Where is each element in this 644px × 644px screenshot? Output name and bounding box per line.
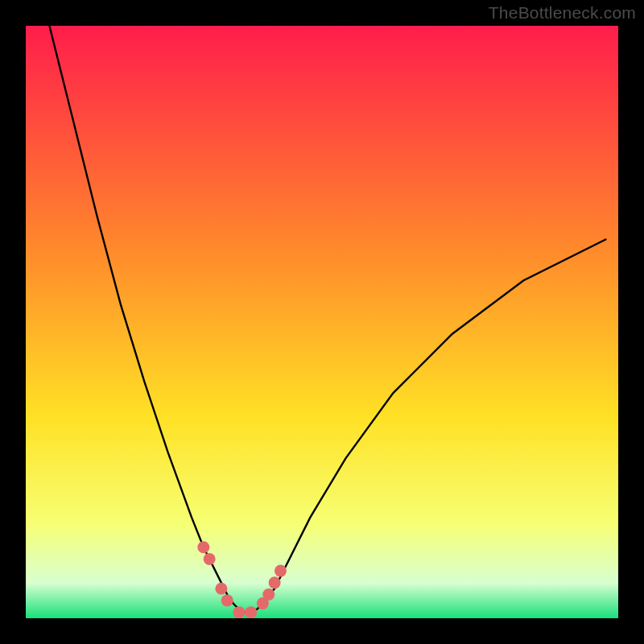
marker-dot	[221, 594, 233, 606]
watermark-text: TheBottleneck.com	[489, 3, 636, 23]
frame: TheBottleneck.com	[0, 0, 644, 644]
marker-dot	[197, 541, 209, 553]
marker-dot	[275, 565, 287, 577]
marker-dot	[204, 553, 216, 565]
marker-dot	[233, 606, 245, 618]
marker-dot	[269, 576, 281, 588]
chart-svg	[26, 26, 618, 618]
gradient-bg	[26, 26, 618, 618]
marker-dot	[262, 588, 275, 601]
marker-dot	[215, 583, 227, 595]
plot-area	[26, 26, 618, 618]
marker-dot	[245, 606, 257, 618]
